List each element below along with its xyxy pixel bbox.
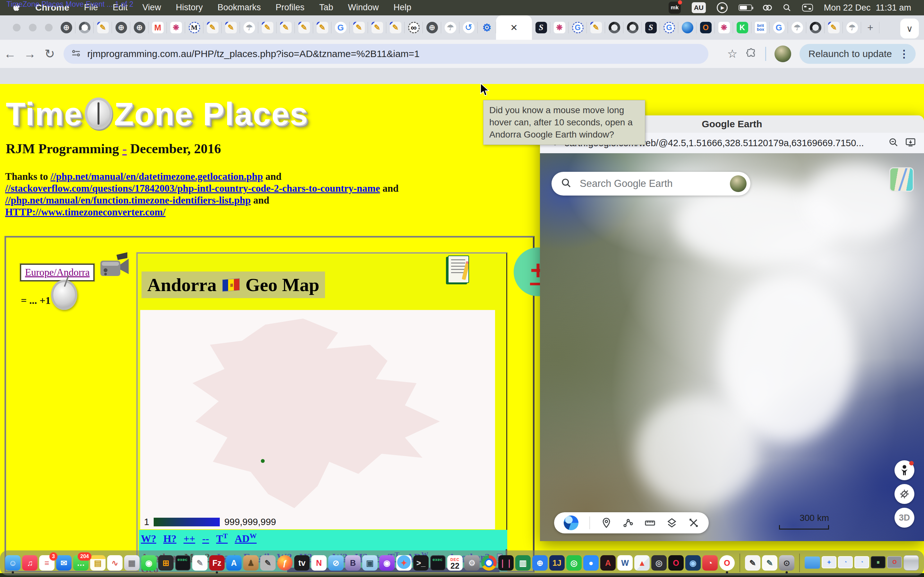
tab-sphere-33[interactable] — [678, 15, 696, 40]
dock-item-facetime[interactable]: ◉ — [141, 555, 157, 571]
dock-item-system-settings[interactable]: ⚙ — [464, 555, 480, 571]
menu-item-profiles[interactable]: Profiles — [276, 3, 304, 13]
tab-pen-12[interactable]: ✎ — [276, 15, 295, 40]
tab-gear-23[interactable]: ⚙ — [478, 15, 496, 40]
dock-item-safari[interactable]: ✦ — [396, 555, 412, 571]
php-tz-identifiers-link[interactable]: //php.net/manual/en/function.timezone-id… — [5, 195, 251, 206]
playback-icon[interactable]: ▶ — [717, 2, 728, 13]
dock-item-reminders[interactable]: ≡3 — [39, 555, 55, 571]
geo-map-panel[interactable]: 1 999,999,999 — [140, 310, 495, 529]
dock-item-podcasts[interactable]: ◉ — [379, 555, 395, 571]
tab-pen-13[interactable]: ✎ — [295, 15, 313, 40]
relaunch-button[interactable]: Relaunch to update ⋮ — [800, 44, 916, 64]
dock-item-opera[interactable]: O — [719, 555, 735, 571]
dock-item-messages[interactable]: …204 — [73, 555, 89, 571]
close-icon[interactable]: ✕ — [510, 23, 517, 33]
tab-g-38[interactable]: G — [770, 15, 788, 40]
tab-pen-2[interactable]: ✎ — [94, 15, 112, 40]
dock-item-news[interactable]: N — [311, 555, 326, 571]
battery-icon[interactable] — [738, 5, 752, 11]
dock-item-terminal[interactable]: exec — [175, 555, 191, 571]
dock-item-app-store[interactable]: A — [226, 555, 242, 571]
tab-chrome-dark-40[interactable] — [806, 15, 825, 40]
dock-item-camera-app[interactable]: ◎ — [651, 555, 667, 571]
tab-chrome-dark-30[interactable] — [624, 15, 642, 40]
address-bar[interactable]: rjmprogramming.com.au/PHP/tz_places.php?… — [63, 44, 708, 64]
layers-icon[interactable] — [666, 517, 677, 528]
tab-gdash-27[interactable]: G — [569, 15, 587, 40]
dock-item-green-chart-app[interactable]: ▥ — [515, 555, 531, 571]
tab-plus-43[interactable]: + — [861, 15, 879, 40]
tab-gdash-32[interactable]: G — [660, 15, 678, 40]
pegman-button[interactable] — [895, 460, 914, 480]
dock-item-stickies-pen-2[interactable]: ✎ — [762, 555, 777, 571]
tab-o-34[interactable]: O — [696, 15, 715, 40]
extensions-icon[interactable] — [746, 48, 757, 60]
dock-item-maps-app[interactable]: ▲ — [634, 555, 650, 571]
menu-item-view[interactable]: View — [142, 3, 161, 13]
tab-brit-37[interactable]: brit box — [751, 15, 770, 40]
tab-g-15[interactable]: G — [331, 15, 350, 40]
tab-pen-17[interactable]: ✎ — [368, 15, 386, 40]
tab-globe-4[interactable]: ⊕ — [130, 15, 149, 40]
spotlight-icon[interactable] — [783, 3, 791, 12]
dock-item-word-app[interactable]: W — [617, 555, 633, 571]
dock-item-terminal-window-thumb[interactable]: ≣ — [871, 556, 885, 570]
tab-chrome-dark-29[interactable] — [605, 15, 624, 40]
dock-item-one-j-app[interactable]: 1J — [549, 555, 565, 571]
tab-search-button[interactable]: ∨ — [900, 19, 919, 39]
dock-item-green-cam-app[interactable]: ◎ — [566, 555, 582, 571]
dock-item-terminal-2[interactable]: >_ — [413, 555, 429, 571]
tab-pen-41[interactable]: ✎ — [825, 15, 843, 40]
back-button[interactable]: ← — [0, 47, 20, 61]
tab-mush-39[interactable]: ☂ — [788, 15, 806, 40]
adw-link[interactable]: ADW — [235, 532, 257, 545]
forward-button[interactable]: → — [20, 47, 40, 61]
dock-item-downloads-folder[interactable] — [804, 556, 820, 570]
dock-item-mail[interactable]: ✉ — [56, 555, 71, 571]
dock-item-filezilla[interactable]: Fz — [209, 555, 225, 571]
dash-link[interactable]: - — [122, 141, 127, 156]
ruler-icon[interactable] — [645, 517, 656, 528]
dock-item-launchpad[interactable]: ▦ — [124, 555, 140, 571]
dock-item-notes[interactable]: ▤ — [90, 555, 105, 571]
dock-item-gimp[interactable]: ✎ — [260, 555, 276, 571]
pin-icon[interactable] — [601, 517, 612, 528]
menu-item-history[interactable]: History — [176, 3, 203, 13]
notepad-icon[interactable] — [448, 255, 469, 283]
dock-item-music[interactable]: ♫ — [22, 555, 37, 571]
tab-pen-28[interactable]: ✎ — [587, 15, 605, 40]
tab-pen-11[interactable]: ✎ — [258, 15, 276, 40]
tab-hist-22[interactable]: ↺ — [459, 15, 478, 40]
w-link[interactable]: W? — [141, 533, 156, 545]
tab-mush-10[interactable]: ☂ — [240, 15, 258, 40]
dock-item-exec-window[interactable]: exec — [430, 555, 446, 571]
dock-item-media-app[interactable]: ❘❘ — [498, 555, 514, 571]
tab-dots-6[interactable]: ❋ — [167, 15, 185, 40]
dock-item-freeform[interactable]: ∿ — [107, 555, 123, 571]
tab-chrome-1[interactable] — [75, 15, 94, 40]
menu-clock[interactable]: Mon 22 Dec11:31 am — [824, 3, 911, 13]
tab-pen-16[interactable]: ✎ — [350, 15, 368, 40]
tab-k-36[interactable]: K — [733, 15, 751, 40]
tab-mush-42[interactable]: ☂ — [843, 15, 861, 40]
profile-avatar[interactable] — [774, 45, 791, 62]
dock-item-calculator[interactable]: ⊞ — [158, 555, 174, 571]
dock-item-bbedit[interactable]: B — [345, 555, 360, 571]
google-earth-logo-icon[interactable] — [564, 516, 578, 530]
menu-item-tab[interactable]: Tab — [319, 3, 333, 13]
window-controls[interactable] — [13, 24, 53, 31]
tab-pen-14[interactable]: ✎ — [313, 15, 331, 40]
continuity-icon[interactable] — [763, 5, 772, 11]
tab-active[interactable]: ✕ — [496, 15, 532, 40]
menu-app-icon[interactable]: mk — [669, 2, 681, 14]
tab-pen-18[interactable]: ✎ — [386, 15, 405, 40]
dock-item-trash[interactable] — [903, 555, 919, 571]
dock-item-blue-globe-app[interactable]: ⊕ — [532, 555, 548, 571]
tab-gmail-5[interactable]: M — [149, 15, 167, 40]
control-center-icon[interactable] — [802, 4, 813, 11]
ge-search-bar[interactable]: Search Google Earth — [551, 172, 750, 195]
dock-item-textedit[interactable]: ✎ — [192, 555, 208, 571]
dock-item-opera-window-thumb[interactable]: O — [887, 556, 902, 570]
andorra-shape[interactable] — [172, 317, 463, 518]
